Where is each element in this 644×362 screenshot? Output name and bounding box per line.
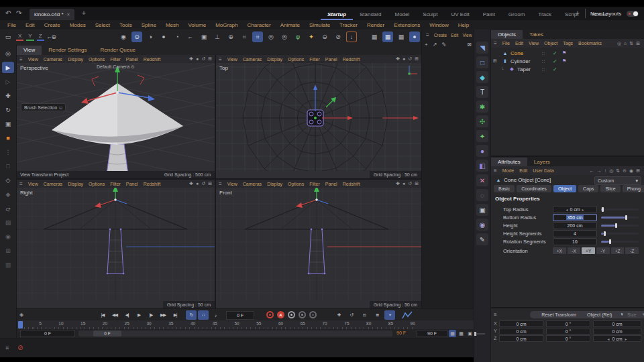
loop-playback-icon[interactable]: ↻ [186, 310, 197, 320]
workplane-strip-icon[interactable]: ⊞ [2, 245, 14, 256]
height-segments-field[interactable]: 4 [553, 230, 597, 237]
orientation-button[interactable]: -X [568, 247, 581, 254]
menu-item[interactable]: Volume [183, 22, 211, 28]
play-icon[interactable]: ▶ [133, 310, 144, 320]
object-name[interactable]: Cylinder [508, 58, 530, 64]
camera-label[interactable]: Default Camera ⊙ [17, 64, 215, 70]
previous-frame-icon[interactable]: ◀| [121, 310, 132, 320]
model-mode-strip-icon[interactable]: ▨ [2, 217, 14, 228]
objects-menu-item[interactable]: Tags [560, 41, 576, 46]
points-mode-icon[interactable]: ◇ [2, 174, 14, 186]
add-icon[interactable]: + [425, 42, 428, 48]
stage-object-icon[interactable]: ◉ [476, 219, 488, 231]
cube-primitive-icon[interactable]: ◆ [476, 71, 488, 83]
sketch-material-icon[interactable]: ✎ [476, 233, 488, 245]
rotation-b-field[interactable]: 0 ° [546, 335, 590, 342]
z-axis-lock[interactable]: Z [37, 33, 44, 41]
orientation-button[interactable]: +Y [582, 247, 595, 254]
viewport-menu-item[interactable]: Display [65, 182, 86, 186]
cluster-generator-icon[interactable]: ✣ [476, 115, 488, 127]
workplane-icon[interactable]: ▣ [199, 32, 209, 42]
autokey-frames-icon[interactable]: ∷ [198, 310, 209, 320]
stop-render-icon[interactable]: ⊘ [17, 344, 23, 351]
viewport-menu-item[interactable]: View [25, 182, 41, 186]
object-row-cone[interactable]: ▲ Cone ∷ ✓ ⚑ [491, 49, 644, 57]
timeline-zoom-slider[interactable] [474, 333, 485, 335]
orbit-view-icon[interactable]: ↺ [201, 181, 205, 186]
redo-icon[interactable]: ↷ [16, 9, 21, 17]
objects-menu-item[interactable]: Object [541, 41, 560, 46]
range-slider[interactable]: 0 F [78, 330, 392, 337]
height-segments-slider[interactable] [601, 233, 639, 235]
rotation-h-field[interactable]: 0 ° [546, 320, 590, 327]
record-position-icon[interactable]: ✚ [333, 310, 344, 320]
phong-tag-icon[interactable]: ⚑ [562, 50, 566, 56]
menu-item[interactable]: Tools [115, 22, 137, 28]
axis-snap-icon[interactable]: ◧ [476, 160, 488, 172]
scale-y-field[interactable]: 0 cm [593, 328, 641, 335]
expand-panel-icon[interactable]: ⊞ [635, 168, 641, 174]
dolly-view-icon[interactable]: ● [196, 181, 199, 186]
viewport-menu-item[interactable]: Options [285, 57, 307, 62]
menu-item[interactable]: Tracker [335, 22, 362, 28]
objects-menu-item[interactable]: View [526, 41, 541, 46]
layout-tab[interactable]: Track [531, 9, 558, 20]
viewport-menu-item[interactable]: Cameras [240, 57, 264, 62]
attributes-menu-item[interactable]: User Data [530, 168, 557, 173]
texture-axis-icon[interactable]: ⊥ [212, 32, 223, 42]
text-object-icon[interactable]: T [476, 86, 488, 98]
viewport-menu-item[interactable]: Redshift [340, 57, 363, 62]
visibility-dots-icon[interactable]: ∷ [542, 59, 545, 64]
spin-right-icon[interactable]: ▸ [625, 337, 627, 341]
panel-tab[interactable]: Attributes [491, 158, 527, 166]
dolly-view-icon[interactable]: ● [402, 181, 405, 186]
spin-left-icon[interactable]: ◂ [607, 337, 609, 341]
render-picture-viewer-icon[interactable]: ▦ [382, 32, 393, 42]
viewport-menu-icon[interactable]: ≡ [216, 56, 225, 62]
coord-system-icon[interactable]: ⌐ [185, 32, 196, 42]
search-icon[interactable]: ◎ [608, 168, 614, 174]
bend-deformer-icon[interactable]: ✕ [476, 174, 488, 186]
pan-view-icon[interactable]: ✚ [396, 56, 400, 62]
orbit-view-icon[interactable]: ↺ [408, 56, 412, 62]
scale-x-field[interactable]: 0 cm [593, 320, 641, 327]
viewport-menu-item[interactable]: Panel [123, 57, 141, 62]
section-tab[interactable]: Coordinates [517, 185, 551, 192]
attributes-menu-item[interactable]: Mode [500, 168, 517, 173]
fcurve-view-icon[interactable]: ▦ [458, 330, 465, 337]
menu-item[interactable]: Modes [65, 22, 91, 28]
subdivision-generator-icon[interactable]: ✱ [476, 101, 488, 113]
marker-icon[interactable]: ◈ [19, 312, 23, 318]
spline-pen-icon[interactable]: ◥ [476, 42, 488, 54]
dolly-view-icon[interactable]: ● [402, 56, 405, 62]
selection-variant-icon[interactable]: ▷ [2, 76, 14, 87]
sound-icon[interactable]: ♪ [210, 310, 221, 320]
orbit-view-icon[interactable]: ↺ [408, 181, 412, 186]
front-viewport[interactable]: ≡ ViewCamerasDisplayOptionsFilterPanelRe… [216, 180, 421, 308]
object-name[interactable]: Cone [508, 50, 523, 56]
objects-menu-item[interactable]: Bookmarks [576, 41, 604, 46]
object-row-taper[interactable]: └ ◆ Taper ∷ ✓ [491, 65, 644, 73]
coordinate-mode-dropdown[interactable]: Object (Rel) ▾ [582, 311, 628, 318]
colorize-icon[interactable]: ■ [2, 132, 14, 143]
perspective-viewport[interactable]: ≡ ViewCamerasDisplayOptionsFilterPanelRe… [17, 55, 215, 178]
object-name[interactable]: Taper [515, 66, 531, 72]
viewport-menu-item[interactable]: Filter [307, 182, 323, 186]
layout-tab[interactable]: Startup [321, 9, 353, 20]
viewport-menu-item[interactable]: Panel [323, 57, 340, 62]
menu-item[interactable]: Spline [137, 22, 161, 28]
menu-item[interactable]: Extensions [389, 22, 425, 28]
volume-icon[interactable]: ◌ [476, 189, 488, 201]
orientation-button[interactable]: +Z [611, 247, 625, 254]
viewport-menu-item[interactable]: Cameras [41, 182, 65, 186]
menu-item[interactable]: File [3, 22, 21, 28]
new-layouts-label[interactable]: New Layouts [590, 11, 621, 17]
pan-view-icon[interactable]: ✚ [189, 181, 193, 186]
render-view-icon[interactable]: ▦ [369, 32, 380, 42]
go-to-start-icon[interactable]: |◀ [97, 310, 108, 320]
rotation-segments-field[interactable]: 16 [553, 238, 597, 245]
layouts-toggle[interactable] [627, 11, 639, 17]
brush-selection-chip[interactable]: Brush Selection ⊡ [21, 103, 66, 111]
panel-tab[interactable]: Takes [523, 30, 550, 39]
menu-item[interactable]: Help [453, 22, 474, 28]
